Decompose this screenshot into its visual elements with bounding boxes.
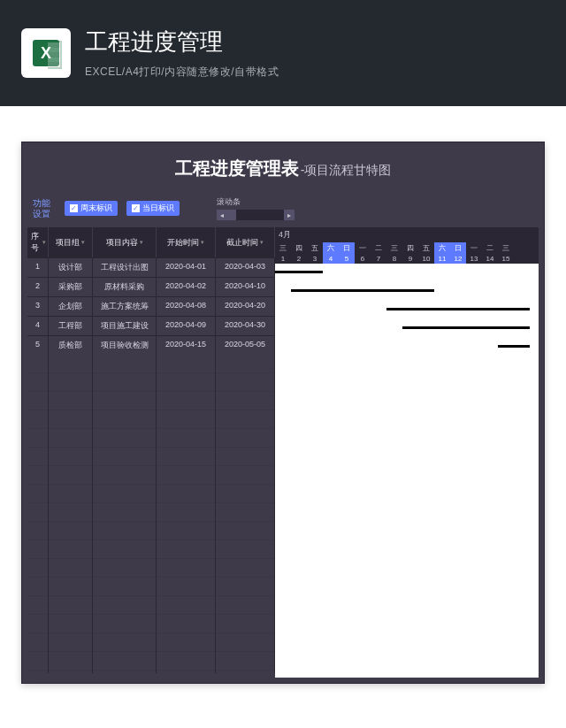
cell-end: 2020-05-05 (216, 336, 275, 355)
cell-content: 工程设计出图 (93, 258, 157, 277)
cell-start: 2020-04-02 (157, 278, 216, 296)
weekend-marker-checkbox[interactable]: ✓周末标识 (65, 201, 118, 216)
col-team[interactable]: 项目组▾ (49, 227, 93, 257)
cell-start: 2020-04-08 (157, 297, 216, 316)
dow-cell: 二 (371, 242, 386, 254)
col-start[interactable]: 开始时间▾ (157, 227, 216, 257)
day-cell: 10 (418, 254, 434, 264)
dow-cell: 五 (307, 242, 323, 254)
page-header: X 工程进度管理 EXCEL/A4打印/内容随意修改/自带格式 (0, 0, 566, 106)
day-of-week-row: 三四五六日一二三四五六日一二三 (275, 242, 539, 254)
dow-cell: 六 (434, 242, 450, 254)
cell-end: 2020-04-20 (216, 297, 275, 316)
day-number-row: 123456789101112131415 (275, 254, 539, 264)
spreadsheet: 工程进度管理表-项目流程甘特图 功能 设置 ✓周末标识 ✓当日标识 滚动条 ◂ … (21, 142, 545, 684)
day-cell: 12 (450, 254, 466, 264)
day-cell: 2 (291, 254, 307, 264)
col-content[interactable]: 项目内容▾ (93, 227, 157, 257)
cell-team: 设计部 (49, 258, 93, 277)
day-cell: 3 (307, 254, 323, 264)
function-settings-label: 功能 设置 (33, 198, 56, 219)
cell-seq: 1 (27, 258, 49, 277)
today-marker-label: 当日标识 (142, 203, 174, 214)
cell-end: 2020-04-03 (216, 258, 275, 277)
dropdown-icon: ▾ (42, 239, 46, 246)
cell-content: 原材料采购 (93, 278, 157, 296)
table-row[interactable]: 1设计部工程设计出图2020-04-012020-04-03 (27, 257, 275, 277)
cell-start: 2020-04-01 (157, 258, 216, 277)
controls-row: 功能 设置 ✓周末标识 ✓当日标识 滚动条 ◂ ▸ (27, 193, 539, 227)
dropdown-icon: ▾ (81, 239, 85, 246)
day-cell: 8 (386, 254, 402, 264)
scroll-group: 滚动条 ◂ ▸ (217, 196, 294, 220)
dow-cell: 五 (418, 242, 434, 254)
table-row[interactable]: 5质检部项目验收检测2020-04-152020-05-05 (27, 335, 275, 355)
horizontal-scrollbar[interactable]: ◂ ▸ (217, 210, 294, 220)
scroll-left-icon[interactable]: ◂ (217, 210, 227, 220)
table-row[interactable]: 3企划部施工方案统筹2020-04-082020-04-20 (27, 296, 275, 316)
dow-cell: 四 (402, 242, 418, 254)
dow-cell: 一 (466, 242, 482, 254)
cell-team: 采购部 (49, 278, 93, 296)
cell-team: 质检部 (49, 336, 93, 355)
scroll-thumb[interactable] (227, 210, 236, 220)
dow-cell: 二 (482, 242, 498, 254)
cell-content: 施工方案统筹 (93, 297, 157, 316)
day-cell: 9 (402, 254, 418, 264)
gantt-bar (275, 271, 323, 273)
gantt-bar (402, 326, 530, 329)
dropdown-icon: ▾ (201, 239, 204, 246)
cell-team: 企划部 (49, 297, 93, 316)
dow-cell: 三 (498, 242, 514, 254)
cell-seq: 2 (27, 278, 49, 296)
day-cell: 7 (371, 254, 386, 264)
dow-cell: 一 (355, 242, 371, 254)
cell-start: 2020-04-09 (157, 317, 216, 335)
cell-content: 项目施工建设 (93, 317, 157, 335)
cell-seq: 3 (27, 297, 49, 316)
dow-cell: 三 (275, 242, 291, 254)
dropdown-icon: ▾ (140, 239, 143, 246)
gantt-bar (291, 289, 434, 292)
dow-cell: 六 (323, 242, 339, 254)
cell-end: 2020-04-10 (216, 278, 275, 296)
day-cell: 6 (355, 254, 371, 264)
sheet-title-row: 工程进度管理表-项目流程甘特图 (27, 148, 539, 193)
scrollbar-label: 滚动条 (217, 196, 294, 208)
gantt-bar (498, 345, 530, 348)
today-marker-checkbox[interactable]: ✓当日标识 (126, 201, 180, 216)
cell-end: 2020-04-30 (216, 317, 275, 335)
sheet-title: 工程进度管理表 (175, 158, 299, 178)
cell-content: 项目验收检测 (93, 336, 157, 355)
cell-seq: 5 (27, 336, 49, 355)
weekend-marker-label: 周末标识 (80, 203, 112, 214)
month-label: 4月 (275, 227, 539, 242)
day-cell: 1 (275, 254, 291, 264)
scroll-right-icon[interactable]: ▸ (284, 210, 294, 220)
sheet-subtitle: -项目流程甘特图 (301, 163, 392, 177)
dow-cell: 四 (291, 242, 307, 254)
dow-cell: 三 (386, 242, 402, 254)
day-cell: 11 (434, 254, 450, 264)
empty-rows (27, 355, 275, 673)
table-row[interactable]: 4工程部项目施工建设2020-04-092020-04-30 (27, 316, 275, 335)
task-table: 序号▾ 项目组▾ 项目内容▾ 开始时间▾ 截止时间▾ 1设计部工程设计出图202… (27, 227, 275, 678)
excel-icon: X (21, 28, 71, 78)
col-end[interactable]: 截止时间▾ (216, 227, 275, 257)
table-row[interactable]: 2采购部原材料采购2020-04-022020-04-10 (27, 277, 275, 296)
cell-start: 2020-04-15 (157, 336, 216, 355)
dropdown-icon: ▾ (260, 239, 264, 246)
table-header: 序号▾ 项目组▾ 项目内容▾ 开始时间▾ 截止时间▾ (27, 227, 275, 257)
scroll-track[interactable] (227, 210, 284, 220)
day-cell: 13 (466, 254, 482, 264)
page-subtitle: EXCEL/A4打印/内容随意修改/自带格式 (85, 65, 279, 80)
day-cell: 14 (482, 254, 498, 264)
dow-cell: 日 (339, 242, 355, 254)
day-cell: 4 (323, 254, 339, 264)
dow-cell: 日 (450, 242, 466, 254)
gantt-body (275, 264, 539, 678)
gantt-bar (386, 308, 530, 310)
day-cell: 15 (498, 254, 514, 264)
col-seq[interactable]: 序号▾ (27, 227, 49, 257)
day-cell: 5 (339, 254, 355, 264)
